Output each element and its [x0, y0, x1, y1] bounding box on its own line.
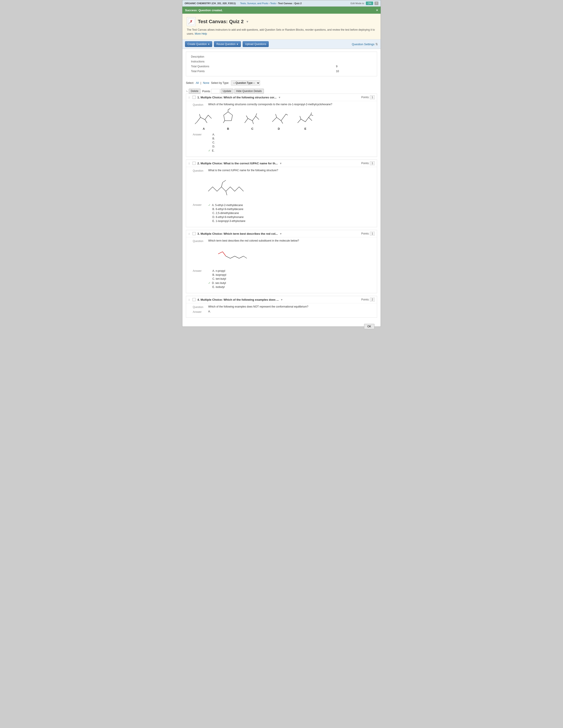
- total-questions-value: 9: [335, 64, 373, 69]
- molecule-svg-C: [241, 111, 263, 126]
- question-text-row-3: Question Which term best describes the r…: [193, 239, 373, 243]
- question-content-4: Which of the following examples does NOT…: [208, 305, 373, 309]
- create-question-button[interactable]: Create Question ▼: [185, 41, 212, 47]
- question-points-3: Points: 1: [361, 232, 375, 235]
- svg-line-26: [226, 256, 230, 258]
- question-checkbox-2[interactable]: [192, 162, 195, 165]
- svg-line-9: [223, 121, 225, 123]
- mol-label-C: C: [251, 127, 253, 130]
- ok-section: OK: [186, 320, 377, 324]
- question-title-1: 1. Multiple Choice: Which of the followi…: [197, 96, 360, 99]
- hide-details-button[interactable]: Hide Question Details: [234, 89, 264, 94]
- upload-questions-button[interactable]: Upload Questions: [242, 41, 268, 47]
- svg-line-27: [230, 256, 235, 258]
- answer-item: A. n-propyl: [208, 269, 226, 273]
- question-menu-3[interactable]: ▼: [279, 232, 282, 235]
- svg-line-13: [275, 114, 276, 117]
- molecule-svg-B: [219, 109, 237, 126]
- answer-item: C.: [208, 141, 215, 144]
- indent-arrow: ↳: [186, 90, 188, 93]
- question-checkbox-1[interactable]: [192, 96, 195, 99]
- question-header-1: ↕ 1. Multiple Choice: Which of the follo…: [186, 94, 377, 101]
- answer-item-correct: ✓ E.: [208, 148, 215, 153]
- svg-line-18: [309, 115, 311, 117]
- svg-line-24: [222, 252, 226, 256]
- question-menu-4[interactable]: ▼: [280, 298, 283, 301]
- question-points-1: Points: 1: [361, 96, 375, 99]
- drag-handle-3[interactable]: ↕: [188, 232, 190, 235]
- more-help-link[interactable]: More Help: [195, 32, 207, 35]
- total-questions-row: Total Questions 9: [190, 64, 373, 69]
- question-points-4: Points: 2: [361, 298, 375, 301]
- drag-handle-1[interactable]: ↕: [188, 96, 190, 99]
- edit-mode-section: Edit Mode is: ON ?: [351, 2, 379, 5]
- question-label-2: Question: [193, 169, 206, 172]
- molecule-svg-A: [193, 111, 215, 126]
- answer-content-4: A.: [208, 310, 373, 313]
- breadcrumb-link-2[interactable]: Tests: [270, 2, 276, 5]
- select-none-link[interactable]: None: [203, 81, 209, 84]
- correct-check-icon: ✓: [208, 203, 211, 207]
- sort-icon: ⇅: [375, 42, 378, 46]
- svg-line-14: [281, 121, 283, 124]
- header-title-row: ✗ Test Canvas: Quiz 2 ▼: [187, 17, 376, 26]
- answer-list-2: ✓ A. 5-ethyl-2-methyldecane B. 6-ethyl-9…: [208, 203, 245, 223]
- select-by-type-label: Select by Type:: [211, 81, 229, 84]
- course-name: ORGANIC CHEMISTRY (CH_331_020_F2011): [184, 2, 236, 5]
- help-button[interactable]: ?: [375, 2, 379, 5]
- question-body-3: Question Which term best describes the r…: [186, 237, 377, 293]
- question-menu-2[interactable]: ▼: [279, 162, 282, 165]
- svg-line-25: [218, 252, 222, 254]
- title-menu-arrow[interactable]: ▼: [246, 20, 249, 23]
- description-label: Description: [190, 54, 334, 59]
- update-button[interactable]: Update: [221, 89, 233, 94]
- edit-mode-toggle[interactable]: ON: [366, 2, 373, 5]
- svg-line-29: [239, 256, 243, 258]
- svg-line-4: [205, 120, 207, 123]
- question-menu-1[interactable]: ▼: [278, 96, 281, 99]
- svg-line-20: [311, 113, 312, 115]
- filter-separator: |: [200, 81, 201, 84]
- total-points-label: Total Points: [190, 69, 334, 73]
- breadcrumb-link-1[interactable]: Tests, Surveys, and Pools: [240, 2, 268, 5]
- success-close[interactable]: ×: [376, 8, 378, 12]
- question-checkbox-3[interactable]: [192, 232, 195, 235]
- answer-item-correct: ✓ A. 5-ethyl-2-methyldecane: [208, 203, 245, 207]
- question-settings-link[interactable]: Question Settings ⇅: [352, 42, 378, 46]
- question-text-row-1: Question Which of the following structur…: [193, 103, 373, 106]
- question-header-4: ↕ 4. Multiple Choice: Which of the follo…: [186, 296, 377, 303]
- select-all-link[interactable]: All: [196, 81, 199, 84]
- svg-line-21: [221, 182, 222, 187]
- question-label-4: Question: [193, 305, 206, 309]
- question-points-2: Points: 1: [361, 162, 375, 165]
- answer-item: D. 6-ethyl-9-methylnonane: [208, 215, 245, 219]
- svg-line-15: [285, 114, 286, 116]
- correct-check-icon: ✓: [208, 281, 211, 285]
- points-input[interactable]: [211, 89, 220, 93]
- question-checkbox-4[interactable]: [192, 298, 195, 301]
- svg-marker-6: [224, 112, 232, 121]
- question-block-1: ↕ 1. Multiple Choice: Which of the follo…: [186, 94, 377, 157]
- drag-handle-4[interactable]: ↕: [188, 298, 190, 301]
- answer-row-4: Answer A.: [193, 310, 373, 313]
- total-points-row: Total Points 10: [190, 69, 373, 73]
- question-title-4: 4. Multiple Choice: Which of the followi…: [197, 298, 360, 301]
- svg-line-23: [226, 191, 227, 195]
- svg-line-22: [222, 180, 226, 182]
- instructions-value: [335, 59, 373, 64]
- answer-label-4: Answer: [193, 310, 206, 313]
- reuse-question-button[interactable]: Reuse Question ▼: [214, 41, 241, 47]
- answer-row-1: Answer A. B. C. D. ✓ E.: [193, 133, 373, 153]
- description-value: [335, 54, 373, 59]
- question-text-row-4: Question Which of the following examples…: [193, 305, 373, 309]
- breadcrumb-current: Test Canvas : Quiz 2: [278, 2, 302, 5]
- ok-button[interactable]: OK: [364, 324, 375, 329]
- drag-handle-2[interactable]: ↕: [188, 161, 190, 165]
- header-description: The Test Canvas allows instructors to ad…: [187, 28, 376, 36]
- question-type-select[interactable]: – Question Type –: [231, 80, 260, 86]
- mol-label-A: A: [203, 127, 205, 130]
- question-content-1: Which of the following structures correc…: [208, 103, 373, 106]
- delete-button[interactable]: Delete: [189, 89, 200, 94]
- answer-row-3: Answer A. n-propyl B. isopropyl C. tert-…: [193, 269, 373, 289]
- answer-item: C. tert-butyl: [208, 277, 226, 281]
